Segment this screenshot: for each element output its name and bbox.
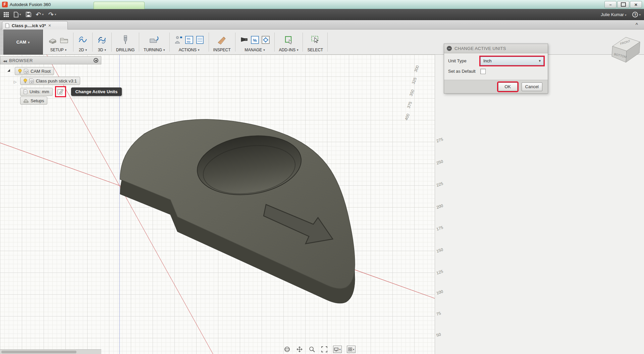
- tree-row-setups[interactable]: Setups: [20, 97, 47, 105]
- axis-label: 250: [436, 159, 443, 166]
- ribbon-grip: [0, 30, 3, 55]
- ribbon-group-label: MANAGE: [245, 48, 262, 52]
- user-name: Julie Kumar: [601, 12, 624, 17]
- highlight-red-box: [55, 86, 66, 97]
- axis-label: 75: [436, 311, 441, 316]
- redo-button[interactable]: [48, 11, 56, 18]
- ribbon-group-label: ADD-INS: [279, 48, 296, 52]
- ribbon-group-label: SELECT: [307, 48, 323, 52]
- ribbon-group-3d[interactable]: 3D: [93, 30, 111, 55]
- fusion-logo-icon: [2, 2, 8, 7]
- task-manager-icon: [240, 35, 249, 45]
- tree-item-label: CAM Root: [31, 69, 51, 74]
- close-button[interactable]: [630, 1, 642, 8]
- collapse-panel-icon[interactable]: [3, 57, 6, 63]
- modeling-canvas-grid[interactable]: [0, 55, 435, 354]
- change-active-units-dialog: CHANGE ACTIVE UNITS Unit Type Inch Set a…: [444, 44, 548, 94]
- ribbon-group-manage[interactable]: % MANAGE: [235, 30, 274, 55]
- scrollbar-thumb[interactable]: [1, 351, 76, 353]
- ribbon-group-2d[interactable]: 2D: [73, 30, 92, 55]
- save-button[interactable]: [26, 12, 31, 17]
- app-grid-icon[interactable]: [3, 12, 9, 17]
- dialog-title: CHANGE ACTIVE UNITS: [454, 46, 506, 51]
- set-as-default-label: Set as Default: [448, 69, 480, 74]
- svg-text:%: %: [253, 38, 257, 43]
- help-menu[interactable]: ?: [632, 12, 641, 17]
- display-settings-button[interactable]: [333, 346, 342, 353]
- help-icon: ?: [632, 12, 638, 17]
- set-as-default-checkbox[interactable]: [480, 69, 486, 74]
- user-account-menu[interactable]: Julie Kumar: [601, 12, 626, 17]
- document-tab-label: Class p....ick v3*: [12, 23, 46, 28]
- axis-label: 200: [436, 203, 443, 210]
- dialog-collapse-icon[interactable]: [447, 46, 452, 51]
- ribbon-divider: [327, 33, 328, 52]
- turning-icon: [149, 35, 160, 45]
- ribbon-group-actions[interactable]: G1G2 ACTIONS: [170, 30, 209, 55]
- minimize-button[interactable]: [604, 1, 616, 8]
- maximize-button[interactable]: [617, 1, 629, 8]
- tree-item-label: Units: mm: [30, 89, 49, 94]
- 3d-milling-icon: [97, 35, 107, 45]
- browser-horizontal-scrollbar[interactable]: [0, 349, 101, 354]
- grid-settings-button[interactable]: [347, 346, 356, 353]
- browser-options-icon[interactable]: [94, 58, 98, 63]
- post-process-icon: [174, 35, 183, 45]
- expander-closed-icon[interactable]: [14, 78, 16, 84]
- visibility-bulb-icon[interactable]: [23, 78, 27, 83]
- z-axis-line: [119, 55, 120, 354]
- workspace-switcher[interactable]: CAM: [3, 30, 43, 55]
- tree-row-component[interactable]: Class push stick v3:1: [20, 77, 80, 85]
- ribbon-group-label: TURNING: [144, 48, 162, 52]
- pan-icon[interactable]: [296, 346, 303, 353]
- expander-open-icon[interactable]: [7, 69, 10, 72]
- axis-label: 175: [436, 225, 443, 232]
- ok-button[interactable]: OK: [498, 82, 518, 91]
- ribbon-group-label: DRILLING: [116, 48, 135, 52]
- ribbon-group-select[interactable]: SELECT: [303, 30, 327, 55]
- ribbon-group-label: SETUP: [50, 48, 64, 52]
- cancel-button[interactable]: Cancel: [522, 82, 542, 91]
- undo-button[interactable]: [36, 11, 44, 18]
- zoom-icon[interactable]: [308, 346, 316, 353]
- ribbon-group-addins[interactable]: ADD-INS: [275, 30, 303, 55]
- unit-type-label: Unit Type: [448, 58, 480, 63]
- tab-close-icon[interactable]: [48, 22, 51, 28]
- tree-expander-row: [14, 78, 16, 84]
- orbit-icon[interactable]: [283, 346, 291, 353]
- select-cursor-icon: [311, 35, 320, 45]
- fit-icon[interactable]: [321, 346, 328, 353]
- visibility-bulb-icon[interactable]: [18, 69, 22, 74]
- edit-units-icon[interactable]: [57, 88, 64, 95]
- unit-type-dropdown[interactable]: Inch: [480, 57, 544, 65]
- svg-text:G1: G1: [187, 37, 191, 40]
- ribbon-group-drilling[interactable]: DRILLING: [112, 30, 139, 55]
- quick-access-toolbar: Julie Kumar ?: [0, 9, 644, 20]
- tree-row-units[interactable]: Units: mm Change Active Units: [20, 86, 122, 97]
- dialog-footer: OK Cancel: [444, 80, 548, 93]
- view-cube[interactable]: FRONT BOTTOM: [608, 33, 643, 66]
- tree-row-cam-root[interactable]: CAM Root: [15, 67, 54, 75]
- axis-label: 50: [436, 332, 441, 338]
- units-document-icon: [23, 89, 28, 94]
- file-menu-button[interactable]: [14, 12, 21, 17]
- setup-folder-icon: [59, 35, 69, 45]
- tooltip: Change Active Units: [71, 87, 122, 96]
- axis-label: 100: [436, 289, 443, 296]
- collapse-ribbon-chevron[interactable]: [635, 22, 638, 27]
- ribbon-group-inspect[interactable]: INSPECT: [209, 30, 235, 55]
- workspace-label: CAM: [16, 40, 26, 45]
- cam-document-icon: [24, 69, 29, 74]
- percent-box-icon: %: [251, 35, 259, 45]
- ribbon-group-label: 2D: [79, 48, 84, 52]
- ribbon-group-setup[interactable]: SETUP: [44, 30, 73, 55]
- tree-expander-row: [7, 69, 10, 72]
- setups-icon: [23, 98, 29, 103]
- ribbon-group-turning[interactable]: TURNING: [139, 30, 169, 55]
- tree-item-label: Class push stick v3:1: [36, 78, 77, 83]
- svg-text:G2: G2: [187, 40, 191, 43]
- document-tab[interactable]: Class p....ick v3*: [2, 21, 68, 30]
- component-icon: [29, 78, 34, 83]
- unit-type-value: Inch: [483, 58, 492, 63]
- ribbon-group-label: INSPECT: [213, 48, 231, 52]
